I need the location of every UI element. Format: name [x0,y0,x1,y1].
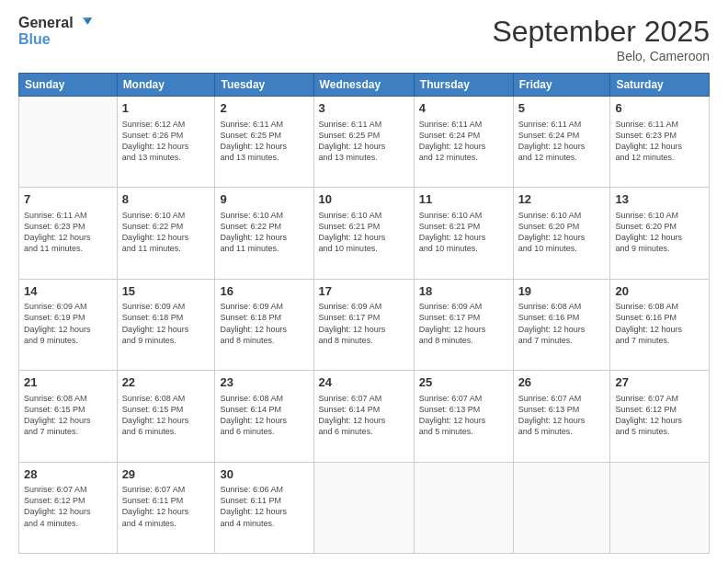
day-number: 10 [319,191,409,208]
calendar-cell: 19Sunrise: 6:08 AM Sunset: 6:16 PM Dayli… [513,279,610,370]
day-number: 5 [518,100,606,117]
calendar-cell: 2Sunrise: 6:11 AM Sunset: 6:25 PM Daylig… [215,97,313,188]
calendar-cell: 9Sunrise: 6:10 AM Sunset: 6:22 PM Daylig… [215,188,313,279]
header-cell: Monday [117,74,215,97]
calendar-cell: 3Sunrise: 6:11 AM Sunset: 6:25 PM Daylig… [313,97,414,188]
day-number: 18 [419,283,508,300]
calendar-cell: 24Sunrise: 6:07 AM Sunset: 6:14 PM Dayli… [313,371,414,462]
day-info: Sunrise: 6:10 AM Sunset: 6:21 PM Dayligh… [319,210,409,255]
calendar-cell: 20Sunrise: 6:08 AM Sunset: 6:16 PM Dayli… [610,279,710,370]
calendar-cell: 26Sunrise: 6:07 AM Sunset: 6:13 PM Dayli… [513,371,610,462]
day-info: Sunrise: 6:07 AM Sunset: 6:14 PM Dayligh… [319,393,409,438]
calendar-cell: 8Sunrise: 6:10 AM Sunset: 6:22 PM Daylig… [117,188,215,279]
header-row: SundayMondayTuesdayWednesdayThursdayFrid… [19,74,710,97]
day-info: Sunrise: 6:10 AM Sunset: 6:20 PM Dayligh… [518,210,606,255]
calendar-cell: 28Sunrise: 6:07 AM Sunset: 6:12 PM Dayli… [19,462,118,553]
calendar-cell: 30Sunrise: 6:06 AM Sunset: 6:11 PM Dayli… [215,462,313,553]
day-info: Sunrise: 6:11 AM Sunset: 6:25 PM Dayligh… [319,119,409,164]
day-info: Sunrise: 6:07 AM Sunset: 6:12 PM Dayligh… [24,484,112,529]
day-info: Sunrise: 6:11 AM Sunset: 6:23 PM Dayligh… [24,210,112,255]
calendar-cell: 21Sunrise: 6:08 AM Sunset: 6:15 PM Dayli… [19,371,118,462]
calendar-cell: 4Sunrise: 6:11 AM Sunset: 6:24 PM Daylig… [414,97,513,188]
calendar-cell: 5Sunrise: 6:11 AM Sunset: 6:24 PM Daylig… [513,97,610,188]
day-number: 12 [518,191,606,208]
calendar-cell: 12Sunrise: 6:10 AM Sunset: 6:20 PM Dayli… [513,188,610,279]
calendar-row: 28Sunrise: 6:07 AM Sunset: 6:12 PM Dayli… [19,462,710,553]
day-info: Sunrise: 6:11 AM Sunset: 6:24 PM Dayligh… [419,119,508,164]
day-info: Sunrise: 6:08 AM Sunset: 6:16 PM Dayligh… [518,301,606,346]
day-info: Sunrise: 6:08 AM Sunset: 6:15 PM Dayligh… [122,393,210,438]
calendar-cell: 15Sunrise: 6:09 AM Sunset: 6:18 PM Dayli… [117,279,215,370]
calendar-cell: 16Sunrise: 6:09 AM Sunset: 6:18 PM Dayli… [215,279,313,370]
day-info: Sunrise: 6:08 AM Sunset: 6:15 PM Dayligh… [24,393,112,438]
header-cell: Sunday [19,74,118,97]
day-info: Sunrise: 6:07 AM Sunset: 6:11 PM Dayligh… [122,484,210,529]
calendar-row: 14Sunrise: 6:09 AM Sunset: 6:19 PM Dayli… [19,279,710,370]
day-number: 21 [24,374,112,391]
day-info: Sunrise: 6:09 AM Sunset: 6:18 PM Dayligh… [220,301,308,346]
day-number: 9 [220,191,308,208]
page: General Blue September 2025 Belo, Camero… [0,0,728,563]
day-info: Sunrise: 6:06 AM Sunset: 6:11 PM Dayligh… [220,484,308,529]
day-info: Sunrise: 6:07 AM Sunset: 6:13 PM Dayligh… [419,393,508,438]
day-info: Sunrise: 6:07 AM Sunset: 6:12 PM Dayligh… [615,393,704,438]
header: General Blue September 2025 Belo, Camero… [18,15,710,63]
day-info: Sunrise: 6:11 AM Sunset: 6:23 PM Dayligh… [615,119,704,164]
day-info: Sunrise: 6:07 AM Sunset: 6:13 PM Dayligh… [518,393,606,438]
calendar-cell: 29Sunrise: 6:07 AM Sunset: 6:11 PM Dayli… [117,462,215,553]
calendar-cell: 18Sunrise: 6:09 AM Sunset: 6:17 PM Dayli… [414,279,513,370]
calendar-cell: 22Sunrise: 6:08 AM Sunset: 6:15 PM Dayli… [117,371,215,462]
logo-general: General [18,15,74,31]
calendar-cell: 27Sunrise: 6:07 AM Sunset: 6:12 PM Dayli… [610,371,710,462]
calendar-cell: 23Sunrise: 6:08 AM Sunset: 6:14 PM Dayli… [215,371,313,462]
day-number: 19 [518,283,606,300]
day-number: 28 [24,466,112,483]
header-cell: Friday [513,74,610,97]
day-info: Sunrise: 6:09 AM Sunset: 6:19 PM Dayligh… [24,301,112,346]
day-number: 30 [220,466,308,483]
calendar-cell: 10Sunrise: 6:10 AM Sunset: 6:21 PM Dayli… [313,188,414,279]
calendar-cell: 7Sunrise: 6:11 AM Sunset: 6:23 PM Daylig… [19,188,118,279]
day-number: 11 [419,191,508,208]
calendar-cell [19,97,118,188]
day-number: 7 [24,191,112,208]
day-number: 1 [122,100,210,117]
day-number: 2 [220,100,308,117]
calendar-cell [513,462,610,553]
logo-bird-icon [75,16,92,30]
calendar-row: 1Sunrise: 6:12 AM Sunset: 6:26 PM Daylig… [19,97,710,188]
day-info: Sunrise: 6:08 AM Sunset: 6:14 PM Dayligh… [220,393,308,438]
day-number: 16 [220,283,308,300]
day-info: Sunrise: 6:10 AM Sunset: 6:22 PM Dayligh… [220,210,308,255]
day-number: 15 [122,283,210,300]
day-info: Sunrise: 6:10 AM Sunset: 6:22 PM Dayligh… [122,210,210,255]
calendar-table: SundayMondayTuesdayWednesdayThursdayFrid… [18,73,710,554]
day-info: Sunrise: 6:11 AM Sunset: 6:25 PM Dayligh… [220,119,308,164]
location: Belo, Cameroon [492,49,710,63]
day-number: 22 [122,374,210,391]
day-number: 20 [615,283,704,300]
day-number: 24 [319,374,409,391]
day-info: Sunrise: 6:09 AM Sunset: 6:17 PM Dayligh… [319,301,409,346]
calendar-cell: 17Sunrise: 6:09 AM Sunset: 6:17 PM Dayli… [313,279,414,370]
title-block: September 2025 Belo, Cameroon [492,15,710,63]
day-info: Sunrise: 6:10 AM Sunset: 6:21 PM Dayligh… [419,210,508,255]
day-number: 17 [319,283,409,300]
day-info: Sunrise: 6:09 AM Sunset: 6:17 PM Dayligh… [419,301,508,346]
calendar-cell [610,462,710,553]
day-number: 23 [220,374,308,391]
day-info: Sunrise: 6:09 AM Sunset: 6:18 PM Dayligh… [122,301,210,346]
day-number: 13 [615,191,704,208]
header-cell: Saturday [610,74,710,97]
day-number: 26 [518,374,606,391]
day-number: 29 [122,466,210,483]
calendar-cell: 6Sunrise: 6:11 AM Sunset: 6:23 PM Daylig… [610,97,710,188]
header-cell: Thursday [414,74,513,97]
calendar-cell: 13Sunrise: 6:10 AM Sunset: 6:20 PM Dayli… [610,188,710,279]
day-number: 14 [24,283,112,300]
calendar-row: 21Sunrise: 6:08 AM Sunset: 6:15 PM Dayli… [19,371,710,462]
header-cell: Wednesday [313,74,414,97]
day-number: 4 [419,100,508,117]
calendar-cell: 11Sunrise: 6:10 AM Sunset: 6:21 PM Dayli… [414,188,513,279]
calendar-cell: 25Sunrise: 6:07 AM Sunset: 6:13 PM Dayli… [414,371,513,462]
